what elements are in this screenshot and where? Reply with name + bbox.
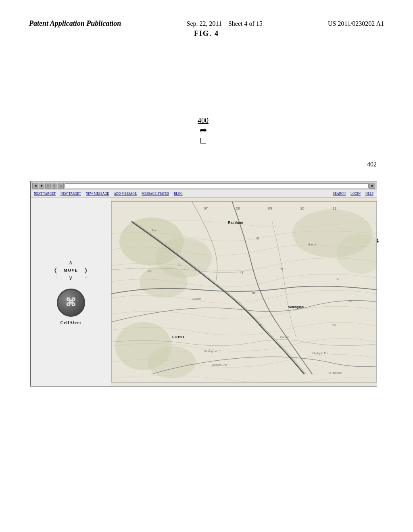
dots-tr: ··· (85, 261, 87, 264)
dots-bl: ··· (55, 276, 57, 279)
page-content: 400 ➦∟ 402 404 ◀ ▶ ✕ ↺ ⌂ ▶ NEXT TARGET N… (0, 36, 413, 68)
svg-text:Str.: Str. (148, 269, 152, 272)
svg-point-3 (140, 266, 188, 298)
left-panel: ∧ ··· ··· ❬ MOVE ❭ ··· ∨ ··· ⌘ CellAlert (31, 197, 111, 386)
toolbar-btn-go[interactable]: ▶ (369, 183, 375, 189)
figure-box: ◀ ▶ ✕ ↺ ⌂ ▶ NEXT TARGET NEW TARGET NEW M… (30, 181, 377, 387)
svg-text:Willington: Willington (288, 305, 304, 309)
publication-date: Sep. 22, 2011 (187, 20, 222, 27)
map-area: 07 08 09 10 11 Rainham FORD Willington E… (111, 197, 377, 386)
svg-text:Ens.: Ens. (152, 229, 157, 232)
svg-text:S2: S2 (256, 237, 260, 240)
publication-date-sheet: Sep. 22, 2011 Sheet 4 of 15 (187, 20, 263, 27)
address-bar[interactable] (65, 183, 369, 188)
nav-search[interactable]: SEARCH (333, 192, 346, 195)
nav-blog[interactable]: BLOG (174, 192, 183, 195)
figure-label-402: 402 (367, 161, 377, 168)
svg-text:St. Aldmsc: St. Aldmsc (328, 372, 342, 374)
nav-help[interactable]: HELP (365, 192, 373, 195)
patent-number: US 2011/0230202 A1 (328, 20, 384, 27)
nav-bar: NEXT TARGET NEW TARGET NEW MESSAGE ADD M… (31, 190, 377, 197)
svg-text:M Maple Fm: M Maple Fm (312, 352, 328, 355)
nav-new-message[interactable]: NEW MESSAGE (86, 192, 109, 195)
nav-new-target[interactable]: NEW TARGET (60, 192, 81, 195)
svg-text:Bremt.: Bremt. (309, 243, 317, 246)
move-up-arrow[interactable]: ∧ (69, 259, 73, 266)
svg-text:43: 43 (240, 271, 243, 274)
move-control: ∧ ··· ··· ❬ MOVE ❭ ··· ∨ ··· (49, 259, 93, 281)
sheet-info: Sheet 4 of 15 (228, 20, 263, 27)
svg-text:09: 09 (268, 206, 272, 210)
cell-alert-label: CellAlert (60, 320, 81, 325)
svg-text:Rainham: Rainham (228, 220, 243, 224)
dots-br: ··· (85, 276, 87, 279)
toolbar-btn-back[interactable]: ◀ (32, 183, 38, 189)
svg-text:50: 50 (332, 324, 336, 326)
toolbar-btn-refresh[interactable]: ↺ (52, 183, 57, 189)
nav-message-status[interactable]: MESSAGE STATUS (142, 192, 169, 195)
move-down-arrow[interactable]: ∨ (69, 274, 73, 281)
svg-text:07: 07 (204, 206, 208, 210)
svg-text:9: 9 (260, 324, 262, 326)
nav-next-target[interactable]: NEXT TARGET (34, 192, 56, 195)
svg-text:08: 08 (236, 206, 240, 210)
toolbar-btn-fwd[interactable]: ▶ (39, 183, 44, 189)
browser-toolbar: ◀ ▶ ✕ ↺ ⌂ ▶ (31, 181, 377, 190)
svg-text:41: 41 (178, 263, 181, 266)
move-right-arrow[interactable]: ❭ (83, 267, 88, 274)
logo-letter: ⌘ (65, 296, 77, 309)
cellavert-logo: ⌘ (57, 289, 85, 317)
figure-content: ∧ ··· ··· ❬ MOVE ❭ ··· ∨ ··· ⌘ CellAlert (31, 197, 377, 386)
dots-tl: ··· (55, 261, 57, 264)
svg-text:Copber: Copber (280, 336, 290, 339)
svg-text:09: 09 (252, 291, 256, 295)
svg-text:Chapel Gns: Chapel Gns (212, 364, 227, 367)
svg-text:56: 56 (348, 299, 352, 302)
toolbar-btn-stop[interactable]: ✕ (45, 183, 51, 189)
svg-text:10: 10 (300, 206, 305, 210)
svg-text:11: 11 (332, 206, 336, 210)
move-left-arrow[interactable]: ❬ (53, 267, 58, 274)
svg-text:Ct: Ct (336, 277, 339, 280)
move-label: MOVE (64, 268, 78, 272)
publication-title: Patent Application Publication (29, 19, 121, 28)
svg-text:Coober: Coober (192, 297, 201, 300)
figure-caption: FIG. 4 (194, 29, 219, 38)
nav-add-message[interactable]: ADD MESSAGE (114, 192, 137, 195)
figure-label-400: 400 ➦∟ (198, 116, 209, 146)
svg-text:41: 41 (280, 267, 284, 270)
svg-text:FORD: FORD (172, 335, 185, 339)
toolbar-btn-home[interactable]: ⌂ (58, 183, 64, 189)
map-svg: 07 08 09 10 11 Rainham FORD Willington E… (111, 197, 377, 386)
nav-login[interactable]: LOGIN (350, 192, 361, 195)
svg-text:Grittington: Grittington (204, 350, 217, 353)
